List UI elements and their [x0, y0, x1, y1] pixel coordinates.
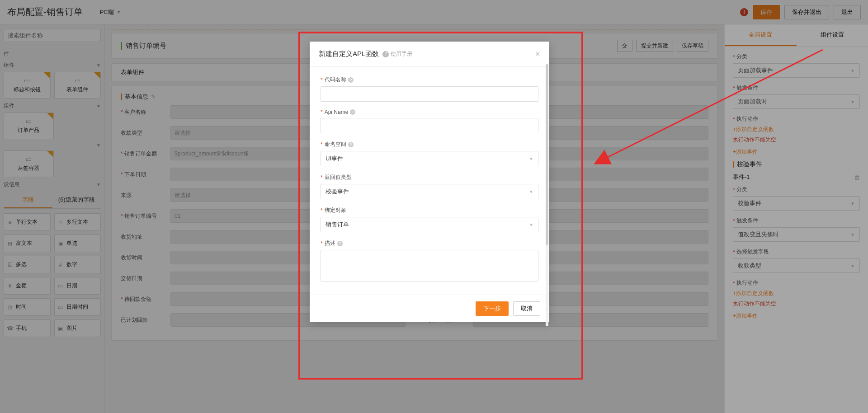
create-apl-function-modal: 新建自定义APL函数 ?使用手册 × *代码名称? *Api Name? *命名… [310, 42, 549, 322]
next-button[interactable]: 下一步 [476, 301, 509, 316]
modal-scrollbar[interactable] [546, 64, 548, 326]
help-icon[interactable]: ? [337, 241, 343, 246]
code-name-input[interactable] [321, 86, 538, 102]
chevron-down-icon: ▼ [529, 222, 533, 227]
help-icon: ? [382, 51, 389, 57]
chevron-down-icon: ▼ [529, 189, 533, 194]
help-icon[interactable]: ? [348, 77, 354, 83]
help-icon[interactable]: ? [348, 142, 354, 147]
bind-object-select[interactable]: 销售订单▼ [321, 217, 538, 232]
chevron-down-icon: ▼ [529, 156, 533, 161]
api-name-input[interactable] [321, 118, 538, 133]
close-icon[interactable]: × [535, 49, 540, 59]
cancel-button[interactable]: 取消 [513, 301, 540, 316]
description-textarea[interactable] [321, 250, 538, 282]
return-type-select[interactable]: 校验事件▼ [321, 184, 538, 199]
modal-title: 新建自定义APL函数 [319, 50, 379, 58]
namespace-select[interactable]: UI事件▼ [321, 151, 538, 166]
help-icon[interactable]: ? [350, 109, 355, 115]
manual-link[interactable]: ?使用手册 [382, 50, 412, 58]
